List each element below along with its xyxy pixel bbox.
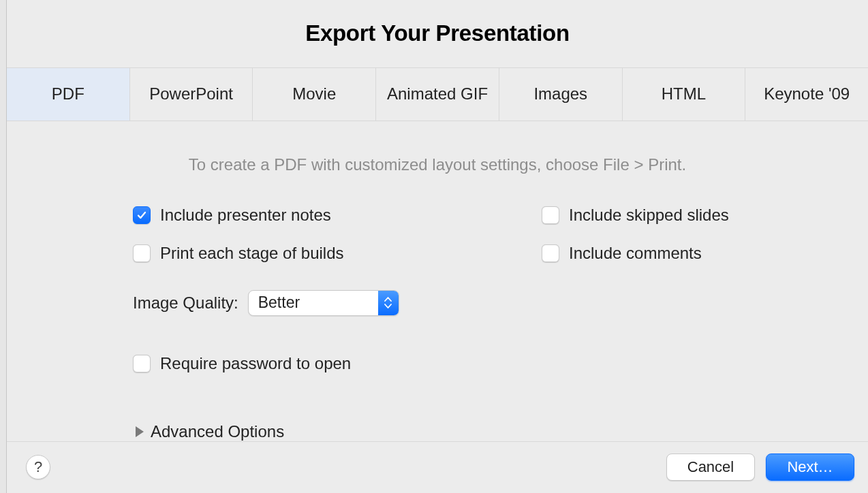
window-left-edge xyxy=(0,0,7,493)
tab-images[interactable]: Images xyxy=(499,68,623,121)
dialog-footer: ? Cancel Next… xyxy=(7,441,868,493)
tab-animated-gif[interactable]: Animated GIF xyxy=(376,68,499,121)
checkbox-print-stage-builds[interactable] xyxy=(133,244,151,262)
check-icon xyxy=(136,210,147,221)
stepper-arrows-icon xyxy=(378,291,399,315)
hint-text: To create a PDF with customized layout s… xyxy=(7,155,868,174)
dialog-content: To create a PDF with customized layout s… xyxy=(7,121,868,441)
help-button[interactable]: ? xyxy=(26,455,50,479)
checkbox-require-password[interactable] xyxy=(133,355,151,372)
checkbox-include-comments[interactable] xyxy=(542,244,559,262)
tab-label: Images xyxy=(533,84,587,104)
export-dialog: Export Your Presentation PDF PowerPoint … xyxy=(7,0,868,493)
image-quality-select[interactable]: Better xyxy=(248,290,399,316)
help-icon: ? xyxy=(34,458,42,476)
button-label: Next… xyxy=(787,458,833,476)
tab-label: Movie xyxy=(292,84,336,104)
cancel-button[interactable]: Cancel xyxy=(666,454,755,481)
title-area: Export Your Presentation xyxy=(7,0,868,67)
image-quality-row: Image Quality: Better xyxy=(133,282,868,316)
next-button[interactable]: Next… xyxy=(766,454,854,481)
button-label: Cancel xyxy=(687,458,734,476)
checkbox-include-presenter-notes[interactable] xyxy=(133,206,151,224)
image-quality-value: Better xyxy=(249,291,378,315)
option-include-presenter-notes: Include presenter notes xyxy=(133,206,542,225)
tab-keynote-09[interactable]: Keynote '09 xyxy=(745,68,868,121)
export-format-tabs: PDF PowerPoint Movie Animated GIF Images… xyxy=(7,67,868,121)
tab-label: HTML xyxy=(662,84,706,104)
tab-html[interactable]: HTML xyxy=(623,68,746,121)
advanced-options-label: Advanced Options xyxy=(151,422,284,441)
advanced-options-disclosure[interactable]: Advanced Options xyxy=(133,392,868,441)
tab-label: PowerPoint xyxy=(149,84,233,104)
checkbox-label: Include skipped slides xyxy=(569,206,729,225)
tab-pdf[interactable]: PDF xyxy=(7,68,130,121)
checkbox-label: Include comments xyxy=(569,244,702,263)
tab-label: Animated GIF xyxy=(387,84,488,104)
image-quality-label: Image Quality: xyxy=(133,293,238,313)
tab-label: PDF xyxy=(52,84,84,104)
checkbox-label: Print each stage of builds xyxy=(160,244,344,263)
tab-powerpoint[interactable]: PowerPoint xyxy=(130,68,253,121)
option-include-comments: Include comments xyxy=(542,244,868,263)
checkbox-label: Require password to open xyxy=(160,354,351,373)
option-include-skipped-slides: Include skipped slides xyxy=(542,206,868,225)
tab-label: Keynote '09 xyxy=(764,84,850,104)
tab-movie[interactable]: Movie xyxy=(253,68,376,121)
checkbox-label: Include presenter notes xyxy=(160,206,331,225)
checkbox-include-skipped-slides[interactable] xyxy=(542,206,559,224)
option-require-password: Require password to open xyxy=(133,335,868,373)
option-print-stage-builds: Print each stage of builds xyxy=(133,244,542,263)
disclosure-triangle-icon xyxy=(136,426,144,437)
options-grid: Include presenter notes Include skipped … xyxy=(7,206,868,441)
dialog-title: Export Your Presentation xyxy=(305,20,570,46)
